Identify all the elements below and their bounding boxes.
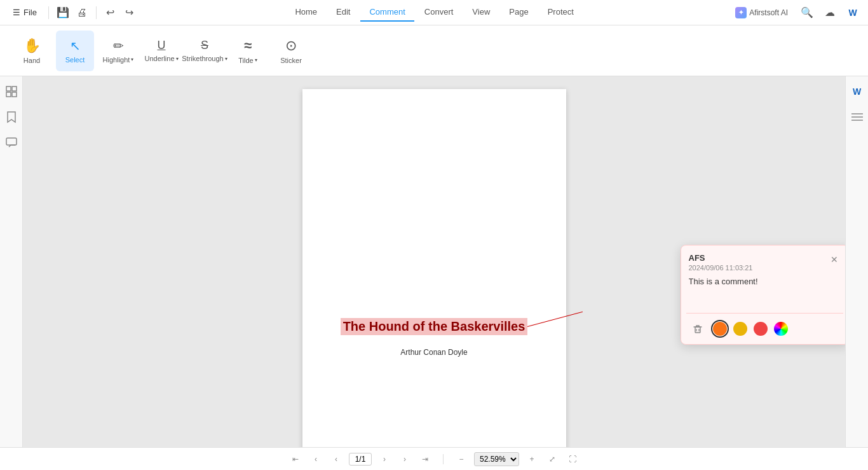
select-tool[interactable]: ↖ Select bbox=[56, 31, 94, 71]
search-button[interactable]: 🔍 bbox=[798, 4, 816, 22]
main-area: The Hound of the Baskervilles Arthur Con… bbox=[0, 76, 868, 447]
book-title-container: The Hound of the Baskervilles bbox=[341, 191, 528, 335]
tilde-icon: ≈ bbox=[244, 38, 252, 54]
color-yellow[interactable] bbox=[733, 322, 747, 336]
comment-footer bbox=[681, 314, 846, 344]
right-sidebar-translate[interactable]: W bbox=[848, 83, 866, 100]
print-button[interactable]: 🖨 bbox=[73, 4, 91, 22]
comment-username: AFS bbox=[689, 253, 753, 263]
translate-button[interactable]: W bbox=[844, 4, 862, 22]
comment-text-input[interactable]: This is a comment! bbox=[689, 277, 841, 305]
tab-home[interactable]: Home bbox=[286, 3, 326, 22]
comment-user-info: AFS 2024/09/06 11:03:21 bbox=[689, 253, 753, 272]
pdf-page: The Hound of the Baskervilles Arthur Con… bbox=[302, 89, 566, 447]
color-rainbow[interactable] bbox=[774, 322, 788, 336]
strikethrough-label: Strikethrough ▾ bbox=[182, 55, 227, 62]
ai-label: Afirstsoft AI bbox=[749, 8, 788, 17]
file-button[interactable]: ☰ File bbox=[6, 5, 43, 20]
undo-icon: ↩ bbox=[106, 6, 114, 18]
comment-popup: AFS 2024/09/06 11:03:21 ✕ This is a comm… bbox=[681, 245, 846, 345]
comment-delete-button[interactable] bbox=[689, 320, 707, 338]
prev-page-alt[interactable]: ‹ bbox=[329, 452, 344, 467]
color-red[interactable] bbox=[754, 322, 768, 336]
print-icon: 🖨 bbox=[77, 7, 87, 18]
underline-icon: U bbox=[158, 39, 166, 52]
tab-convert[interactable]: Convert bbox=[416, 3, 463, 22]
status-bar: ⇤ ‹ ‹ › › ⇥ − 52.59% 50% 75% 100% 125% 1… bbox=[0, 447, 868, 470]
strikethrough-icon: S bbox=[201, 39, 208, 52]
color-orange[interactable] bbox=[713, 322, 727, 336]
prev-page[interactable]: ‹ bbox=[308, 452, 323, 467]
bookmark-icon bbox=[6, 111, 17, 123]
tab-protect[interactable]: Protect bbox=[539, 3, 583, 22]
tilde-label: Tilde ▾ bbox=[238, 57, 257, 64]
sticker-icon: ⊙ bbox=[285, 38, 297, 54]
save-icon: 💾 bbox=[57, 6, 69, 18]
left-sidebar bbox=[0, 76, 23, 447]
menu-bar: ☰ File 💾 🖨 ↩ ↪ Home Edit Comment Convert… bbox=[0, 0, 868, 25]
menu-tabs: Home Edit Comment Convert View Page Prot… bbox=[140, 3, 729, 22]
cloud-button[interactable]: ☁ bbox=[821, 4, 839, 22]
go-to-last-page[interactable]: ⇥ bbox=[417, 452, 433, 467]
hand-tool[interactable]: ✋ Hand bbox=[13, 31, 51, 71]
hand-icon: ✋ bbox=[24, 38, 41, 54]
sidebar-thumbnail[interactable] bbox=[3, 83, 20, 100]
tab-edit[interactable]: Edit bbox=[327, 3, 359, 22]
sticker-label: Sticker bbox=[280, 57, 302, 64]
underline-label: Underline ▾ bbox=[144, 55, 178, 62]
tilde-tool[interactable]: ≈ Tilde ▾ bbox=[229, 31, 267, 71]
go-to-first-page[interactable]: ⇤ bbox=[288, 452, 303, 467]
ai-button[interactable]: ✦ Afirstsoft AI bbox=[730, 4, 793, 21]
book-title: The Hound of the Baskervilles bbox=[341, 318, 528, 335]
tab-page[interactable]: Page bbox=[500, 3, 537, 22]
sidebar-bookmark[interactable] bbox=[3, 108, 20, 126]
thumbnail-icon bbox=[6, 86, 17, 97]
search-icon: 🔍 bbox=[801, 6, 813, 18]
svg-rect-4 bbox=[6, 138, 17, 145]
undo-button[interactable]: ↩ bbox=[102, 4, 119, 22]
sidebar-comments[interactable] bbox=[3, 134, 20, 151]
redo-icon: ↪ bbox=[125, 6, 133, 18]
next-page[interactable]: › bbox=[377, 452, 392, 467]
select-label: Select bbox=[65, 56, 85, 64]
tab-comment[interactable]: Comment bbox=[360, 3, 414, 22]
status-divider bbox=[443, 454, 444, 464]
full-screen[interactable]: ⛶ bbox=[565, 452, 580, 467]
book-title-text: The Hound of the Baskervilles bbox=[343, 319, 526, 333]
menu-divider-2 bbox=[96, 6, 97, 19]
page-input[interactable] bbox=[349, 453, 372, 466]
right-tools: ✦ Afirstsoft AI 🔍 ☁ W bbox=[730, 4, 862, 22]
file-label: File bbox=[24, 8, 37, 17]
toolbar: ✋ Hand ↖ Select ✏ Highlight ▾ U Underlin… bbox=[0, 25, 868, 76]
title-annotation-line bbox=[527, 312, 583, 327]
right-sidebar-menu[interactable] bbox=[848, 108, 866, 126]
zoom-in[interactable]: + bbox=[524, 452, 539, 467]
hamburger-icon: ☰ bbox=[13, 8, 20, 17]
cloud-icon: ☁ bbox=[825, 6, 835, 18]
next-page-alt[interactable]: › bbox=[397, 452, 412, 467]
comment-timestamp: 2024/09/06 11:03:21 bbox=[689, 264, 753, 272]
save-button[interactable]: 💾 bbox=[54, 4, 72, 22]
svg-rect-2 bbox=[6, 92, 11, 97]
menu-divider-1 bbox=[48, 6, 49, 19]
redo-button[interactable]: ↪ bbox=[121, 4, 139, 22]
svg-rect-3 bbox=[12, 92, 17, 97]
sticker-tool[interactable]: ⊙ Sticker bbox=[272, 31, 310, 71]
fit-page[interactable]: ⤢ bbox=[545, 452, 560, 467]
comment-header: AFS 2024/09/06 11:03:21 ✕ bbox=[681, 245, 846, 274]
book-author: Arthur Conan Doyle bbox=[400, 348, 467, 357]
hand-label: Hand bbox=[24, 57, 40, 64]
underline-tool[interactable]: U Underline ▾ bbox=[142, 31, 180, 71]
highlight-icon: ✏ bbox=[113, 38, 124, 53]
highlight-tool[interactable]: ✏ Highlight ▾ bbox=[99, 31, 137, 71]
svg-rect-5 bbox=[695, 327, 700, 333]
comment-close-button[interactable]: ✕ bbox=[828, 253, 841, 266]
tab-view[interactable]: View bbox=[463, 3, 499, 22]
pdf-area[interactable]: The Hound of the Baskervilles Arthur Con… bbox=[23, 76, 845, 447]
zoom-out[interactable]: − bbox=[454, 452, 469, 467]
zoom-select[interactable]: 52.59% 50% 75% 100% 125% 150% bbox=[474, 452, 519, 466]
strikethrough-tool[interactable]: S Strikethrough ▾ bbox=[186, 31, 224, 71]
select-icon: ↖ bbox=[70, 38, 81, 53]
lines-icon bbox=[851, 113, 863, 121]
right-sidebar: W bbox=[845, 76, 868, 447]
